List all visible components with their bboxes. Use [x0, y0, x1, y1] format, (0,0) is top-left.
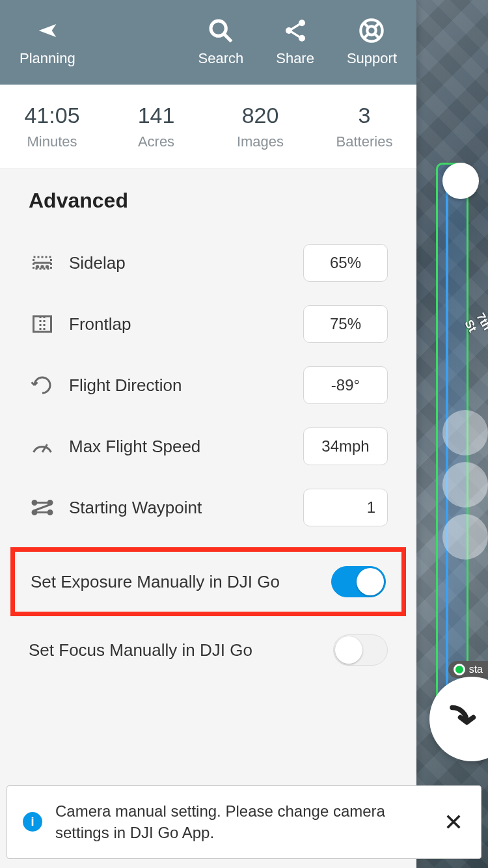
map-poi-circle	[442, 462, 488, 508]
stat-value: 41:05	[0, 103, 104, 128]
planning-panel: Planning Search Share Support 41:05 Minu…	[0, 0, 416, 868]
max-speed-row: Max Flight Speed 34mph	[29, 416, 388, 477]
stat-batteries: 3 Batteries	[312, 103, 416, 150]
stat-value: 141	[104, 103, 208, 128]
section-title: Advanced	[29, 189, 388, 213]
svg-line-5	[291, 24, 299, 29]
sidelap-icon	[29, 249, 56, 277]
stat-value: 820	[208, 103, 312, 128]
search-icon	[208, 18, 234, 44]
back-arrow-icon	[34, 18, 61, 44]
flight-direction-row: Flight Direction -89°	[29, 355, 388, 416]
starting-waypoint-input[interactable]: 1	[303, 489, 388, 526]
toast-notification: i Camera manual setting. Please change c…	[7, 785, 481, 859]
search-label: Search	[198, 50, 244, 67]
svg-line-6	[291, 32, 299, 37]
highlighted-setting: Set Exposure Manually in DJI Go	[10, 547, 406, 616]
frontlap-label: Frontlap	[69, 314, 303, 334]
toast-text: Camera manual setting. Please change cam…	[55, 800, 429, 844]
flight-direction-input[interactable]: -89°	[303, 366, 388, 404]
search-button[interactable]: Search	[198, 18, 244, 67]
planning-label: Planning	[20, 50, 75, 67]
svg-rect-18	[34, 316, 51, 332]
svg-point-22	[33, 501, 36, 505]
exposure-toggle[interactable]	[331, 566, 386, 597]
sidelap-label: Sidelap	[69, 253, 303, 273]
info-icon: i	[23, 812, 42, 832]
max-speed-label: Max Flight Speed	[69, 437, 303, 457]
stat-value: 3	[312, 103, 416, 128]
sidelap-row: Sidelap 65%	[29, 232, 388, 293]
map-waypoint-marker[interactable]	[442, 163, 479, 199]
stat-minutes: 41:05 Minutes	[0, 103, 104, 150]
status-text: sta	[469, 664, 483, 675]
svg-line-11	[364, 34, 369, 38]
svg-point-25	[48, 511, 52, 515]
svg-point-8	[368, 26, 376, 34]
support-icon	[359, 18, 385, 44]
svg-line-1	[224, 34, 232, 42]
waypoint-icon	[29, 494, 56, 521]
svg-point-17	[46, 266, 47, 267]
advanced-section: Advanced Sidelap 65% Frontlap 75% Flight…	[0, 169, 416, 697]
toast-close-button[interactable]	[442, 810, 465, 834]
svg-point-23	[48, 501, 52, 505]
stat-label: Acres	[104, 133, 208, 150]
svg-line-10	[375, 23, 379, 27]
map-poi-circle	[442, 514, 488, 560]
speed-icon	[29, 433, 56, 460]
stat-images: 820 Images	[208, 103, 312, 150]
stat-label: Minutes	[0, 133, 104, 150]
support-label: Support	[347, 50, 397, 67]
stat-label: Batteries	[312, 133, 416, 150]
svg-point-0	[211, 21, 226, 36]
status-dot-icon	[454, 664, 465, 675]
undo-icon	[439, 699, 478, 739]
starting-waypoint-row: Starting Waypoint 1	[29, 477, 388, 538]
stat-acres: 141 Acres	[104, 103, 208, 150]
flight-path-line	[446, 169, 448, 735]
svg-point-15	[36, 266, 38, 267]
svg-line-12	[375, 34, 379, 38]
panel-header: Planning Search Share Support	[0, 0, 416, 85]
svg-line-27	[34, 505, 50, 511]
planning-back-button[interactable]: Planning	[20, 18, 75, 67]
svg-point-24	[33, 511, 36, 515]
rotate-icon	[29, 372, 56, 399]
sidelap-input[interactable]: 65%	[303, 244, 388, 282]
share-label: Share	[276, 50, 314, 67]
stat-label: Images	[208, 133, 312, 150]
flight-direction-label: Flight Direction	[69, 375, 303, 396]
map-background[interactable]: 7th St sta	[416, 0, 488, 868]
frontlap-icon	[29, 310, 56, 338]
status-badge[interactable]: sta	[448, 661, 488, 678]
support-button[interactable]: Support	[347, 18, 397, 67]
svg-point-16	[42, 266, 43, 267]
focus-toggle[interactable]	[333, 634, 388, 666]
exposure-label: Set Exposure Manually in DJI Go	[31, 572, 331, 592]
frontlap-row: Frontlap 75%	[29, 293, 388, 355]
frontlap-input[interactable]: 75%	[303, 305, 388, 343]
max-speed-input[interactable]: 34mph	[303, 427, 388, 465]
share-button[interactable]: Share	[276, 18, 314, 67]
stats-row: 41:05 Minutes 141 Acres 820 Images 3 Bat…	[0, 85, 416, 169]
focus-row: Set Focus Manually in DJI Go	[29, 623, 388, 677]
close-icon	[444, 813, 463, 831]
map-poi-circle	[442, 410, 488, 455]
starting-waypoint-label: Starting Waypoint	[69, 498, 303, 518]
share-icon	[282, 18, 308, 44]
svg-line-9	[364, 23, 369, 27]
focus-label: Set Focus Manually in DJI Go	[29, 640, 333, 660]
svg-point-7	[361, 20, 383, 41]
